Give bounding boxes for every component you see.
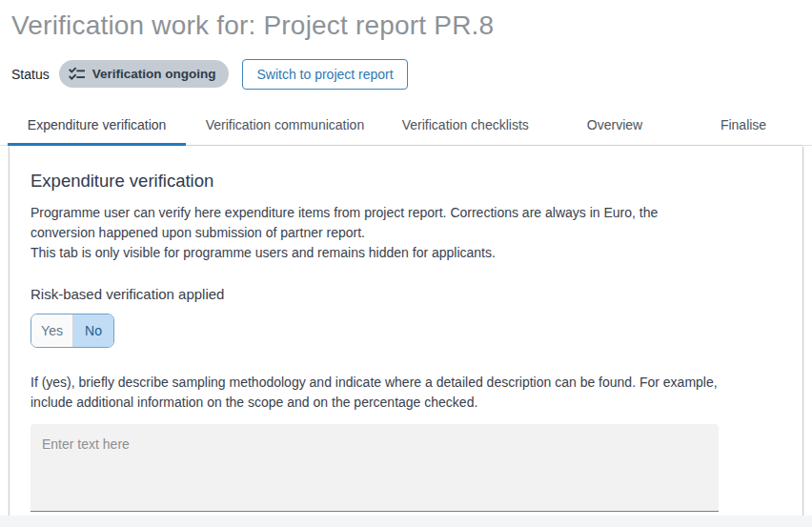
tab-verification-checklists[interactable]: Verification checklists bbox=[384, 105, 547, 146]
tab-bar: Expenditure verification Verification co… bbox=[0, 105, 812, 146]
tab-expenditure-verification[interactable]: Expenditure verification bbox=[8, 105, 186, 146]
status-badge: Verification ongoing bbox=[59, 60, 230, 88]
risk-based-toggle-group: Yes No bbox=[30, 314, 114, 348]
tab-overview[interactable]: Overview bbox=[547, 105, 682, 146]
status-label: Status bbox=[11, 67, 50, 82]
tab-verification-communication[interactable]: Verification communication bbox=[186, 105, 383, 146]
toggle-no-button[interactable]: No bbox=[72, 314, 113, 347]
expenditure-verification-panel: Expenditure verification Programme user … bbox=[10, 146, 802, 527]
risk-based-verification-label: Risk-based verification applied bbox=[30, 286, 782, 302]
section-description-line2: This tab is only visible for programme u… bbox=[30, 243, 722, 263]
sampling-methodology-hint: If (yes), briefly describe sampling meth… bbox=[30, 373, 722, 413]
tab-finalise[interactable]: Finalise bbox=[682, 105, 804, 146]
section-description-line1: Programme user can verify here expenditu… bbox=[30, 203, 722, 243]
toggle-yes-button[interactable]: Yes bbox=[31, 314, 72, 347]
status-row: Status Verification ongoing Switch to pr… bbox=[11, 59, 801, 90]
checklist-icon bbox=[68, 65, 86, 83]
page-header: Verification work for: Project report PR… bbox=[0, 0, 812, 90]
switch-to-project-report-button[interactable]: Switch to project report bbox=[242, 59, 407, 90]
section-heading: Expenditure verification bbox=[30, 171, 782, 192]
status-badge-text: Verification ongoing bbox=[92, 67, 216, 81]
sampling-description-textarea[interactable] bbox=[30, 424, 719, 512]
section-description: Programme user can verify here expenditu… bbox=[30, 203, 722, 263]
page-background-strip bbox=[0, 516, 812, 527]
page-title: Verification work for: Project report PR… bbox=[11, 10, 801, 42]
